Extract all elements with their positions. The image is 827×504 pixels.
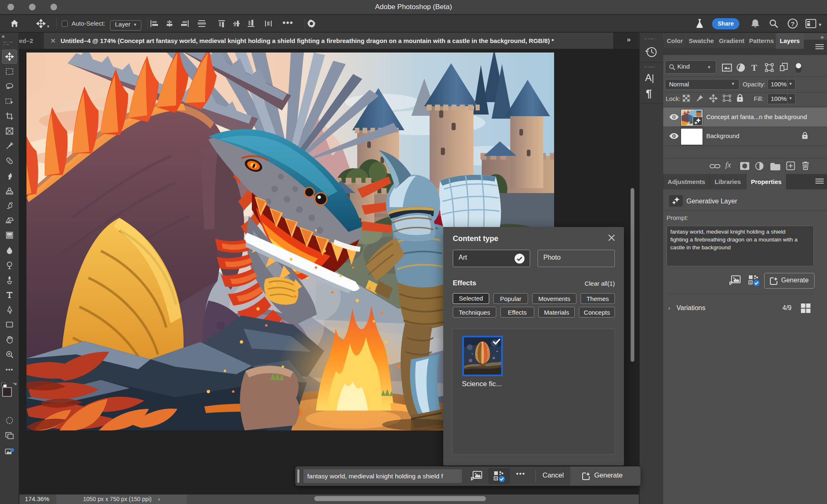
svg-text:?: ? bbox=[791, 20, 794, 27]
